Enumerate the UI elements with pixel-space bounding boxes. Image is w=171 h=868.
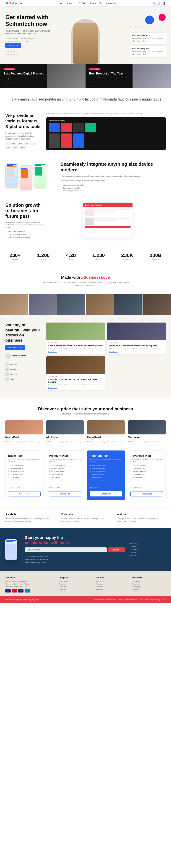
person-3-stars: ★★★★★	[87, 438, 125, 440]
plan-advanced-f6: Unlimited workspace	[130, 479, 163, 481]
nav-pages[interactable]: Pages	[90, 2, 96, 4]
hero-circles	[130, 14, 166, 23]
nav-home[interactable]: Home	[59, 2, 64, 4]
author-role: Ipsum ut dictumst	[12, 356, 26, 358]
integrate-section: Seamlessly integrate anything size devic…	[0, 158, 171, 199]
person-4-img	[128, 420, 166, 434]
plan-premium-price: $120.00 /mo	[49, 485, 81, 489]
plan-advanced-name: Advanced Plan	[130, 454, 163, 458]
var-card-2-tag: JULY 12, 2021	[109, 342, 164, 344]
person-3-name: Dianne Russell	[87, 436, 125, 438]
footer-resources-link-2[interactable]: Wireframe	[132, 583, 166, 585]
cta-right-links: Technology Wireframe Changelog Roadmap T…	[130, 543, 166, 556]
features-title: We provide an various formats & platform…	[5, 113, 41, 129]
footer-company-link-1[interactable]: Technology	[59, 580, 92, 582]
footer-company-link-3[interactable]: Changelog	[59, 586, 92, 588]
tool-card-promotion: Best Promotion Tool Pellentesque consequ…	[130, 33, 166, 44]
person-card-3: Dianne Russell ★★★★★ Pellentesque conseq…	[87, 420, 125, 445]
stats-section: 230+ Projects 1.200 Clients 4.28 Rating …	[0, 245, 171, 268]
cta-right-link-5[interactable]: Template	[130, 554, 166, 556]
cta-right-link-4[interactable]: Roadmap	[130, 552, 166, 553]
cta-right-link-1[interactable]: Technology	[130, 543, 166, 545]
footer-company-link-2[interactable]: Wireframe	[59, 583, 92, 585]
variety-cta-button[interactable]: See More Stories	[5, 345, 25, 350]
var-card-2-link[interactable]: Read More →	[109, 351, 164, 353]
var-card-3-link[interactable]: Read More →	[48, 387, 103, 389]
nav-contact[interactable]: Contact Us	[106, 2, 116, 4]
stat-projects-value: 230+	[9, 252, 21, 258]
cta-email-input[interactable]	[25, 548, 107, 552]
variety-section: Varienty of beautiful with your stories …	[0, 315, 171, 398]
social-instagram[interactable]: in Instagram	[5, 367, 41, 371]
nav-team[interactable]: Our Team	[78, 2, 87, 4]
bar-7	[35, 165, 41, 166]
format-tags: AI PSD PDF ZIP JPG XML PNG DOCX	[5, 143, 41, 149]
footer-features-link-2[interactable]: Wireframe	[96, 583, 129, 585]
search-icon[interactable]: 🔍	[153, 2, 156, 5]
footer-bottom-links: How to Create Photo Dashboard Steps to M…	[94, 599, 166, 600]
featured-link-1[interactable]: Explore Services →	[4, 82, 16, 84]
sol-progress-bar	[85, 226, 131, 228]
footer-features-link-4[interactable]: Roadmap	[96, 588, 129, 590]
footer-bottom-link-3[interactable]: About Your Marketing / Goals	[145, 599, 166, 600]
footer-features-link-1[interactable]: Technology	[96, 580, 129, 582]
plan-premium-btn[interactable]: Choose Plan	[49, 491, 81, 496]
hero-cta-button[interactable]: Register Us	[5, 43, 21, 48]
footer-brand-link-2[interactable]: Steps to Media Dominate / Goals	[5, 583, 55, 585]
int-feature-1: Seamlessly integrate anything	[61, 184, 166, 186]
plan-advanced-btn[interactable]: Choose Plan	[130, 491, 163, 496]
stat-clients-value: 1.200	[37, 252, 49, 258]
social-twitter[interactable]: t Twitter	[5, 377, 41, 381]
hero-review: Customer Review	[5, 53, 55, 55]
cta-phone-bar-2	[6, 541, 13, 542]
hero-right-panel: Best Promotion Tool Pellentesque consequ…	[130, 14, 166, 57]
footer-bottom-link-1[interactable]: How to Create Photo Dashboard	[94, 599, 117, 600]
cta-submit-button[interactable]: Get Start →	[108, 548, 125, 552]
footer-brand-title: Seihintech	[5, 577, 55, 579]
person-1-img	[5, 420, 43, 434]
footer-brand-link-1[interactable]: How to Create Photo Dashboard	[5, 580, 55, 582]
footer-resources-link-1[interactable]: Technology	[132, 580, 166, 582]
made-with-section: Made with #BusinessLove Tellus malesuada…	[0, 268, 171, 294]
cta-link-3[interactable]: About Your Marketing / Goals	[25, 562, 46, 564]
brand-name: Seihintech	[9, 2, 22, 5]
footer-company-link-4[interactable]: Roadmap	[59, 588, 92, 590]
cta-link-1[interactable]: How to Create Photo Dashboard	[25, 555, 48, 557]
facebook-icon: f	[5, 363, 9, 366]
plan-platinum-btn[interactable]: Choose Plan	[90, 491, 122, 496]
footer-resources-link-4[interactable]: Roadmap	[132, 588, 166, 590]
bar-2	[7, 165, 13, 166]
featured-image-1	[47, 64, 86, 88]
solution-right: Dashboard Preview	[50, 203, 166, 238]
plan-basic-btn[interactable]: Choose Plan	[8, 491, 41, 496]
solution-desc: Pellentesque consequat dignissim condime…	[5, 221, 44, 229]
social-pinterest[interactable]: P Pinterest	[5, 372, 41, 376]
photo-cell-3	[57, 294, 85, 315]
nav-blog[interactable]: Blog	[99, 2, 103, 4]
user-icon[interactable]: 👤	[163, 2, 166, 5]
cta-right-link-2[interactable]: Wireframe	[130, 546, 166, 548]
cta-right-link-3[interactable]: Changelog	[130, 549, 166, 551]
footer-brand-link-3[interactable]: About Your Membership / Goals	[5, 586, 55, 588]
hero-content: Get started with Seihintech now Tellus m…	[5, 14, 55, 58]
instagram-label: Instagram	[10, 368, 18, 370]
nav-about[interactable]: About Us	[67, 2, 75, 4]
person-1-name: Kathryn Murphy	[5, 436, 43, 438]
photo-cell-5	[114, 294, 142, 315]
var-card-1-link[interactable]: Read More →	[48, 351, 103, 353]
featured-link-2[interactable]: Explore Services →	[89, 82, 102, 84]
social-facebook[interactable]: f Facebook	[5, 363, 41, 366]
cart-icon[interactable]: 🛒	[158, 2, 161, 5]
footer-bottom-link-2[interactable]: Steps to Media Dominate / Goals	[119, 599, 143, 600]
plan-advanced-f1: 120 – 200 assistance	[130, 465, 163, 467]
features-right: Pellentesque consequat dignissim condime…	[46, 113, 166, 151]
footer-features-link-3[interactable]: Changelog	[96, 586, 129, 588]
plan-basic-features: 120 – 200 assistance Unlimited spell pla…	[8, 465, 41, 482]
stat-divider-4	[113, 253, 113, 260]
footer-bottom: Best tools management your activity inte…	[0, 596, 171, 603]
sol-row-2	[85, 218, 131, 225]
footer-resources-link-3[interactable]: Changelog	[132, 586, 166, 588]
fv-img-2	[61, 123, 72, 132]
cta-link-2[interactable]: Steps to Media Dominate / Goals	[25, 559, 48, 560]
author-avatar	[5, 353, 11, 359]
